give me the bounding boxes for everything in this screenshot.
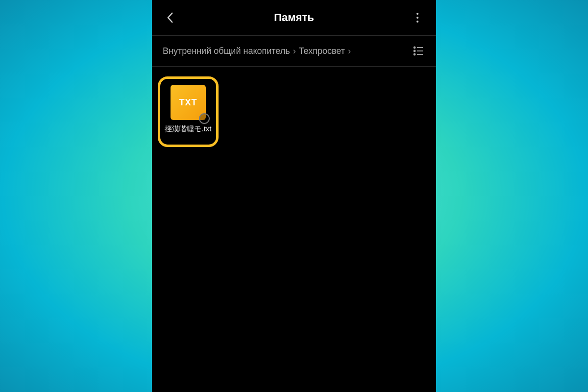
svg-point-0 — [414, 47, 416, 49]
svg-point-4 — [414, 54, 416, 55]
breadcrumb-bar: Внутренний общий накопитель › Техпросвет… — [152, 36, 436, 66]
svg-point-2 — [414, 50, 416, 52]
list-view-icon — [413, 46, 424, 56]
dots-icon — [416, 13, 418, 15]
file-item-txt[interactable]: TXT 挳漠喈幄モ.txt — [158, 76, 219, 147]
touch-indicator-icon — [199, 113, 210, 124]
chevron-left-icon — [166, 11, 175, 24]
txt-file-icon: TXT — [171, 85, 206, 120]
file-name-label: 挳漠喈幄モ.txt — [163, 124, 213, 134]
chevron-right-icon: › — [348, 46, 351, 56]
file-icon-label: TXT — [179, 98, 197, 108]
file-grid: TXT 挳漠喈幄モ.txt — [152, 67, 436, 157]
breadcrumb-item-root[interactable]: Внутренний общий накопитель — [163, 46, 290, 56]
breadcrumb-item-folder[interactable]: Техпросвет — [299, 46, 345, 56]
chevron-right-icon: › — [293, 46, 296, 56]
page-title: Память — [274, 11, 314, 24]
file-manager-screen: Память Внутренний общий накопитель › Тех… — [152, 0, 436, 392]
more-options-button[interactable] — [408, 8, 427, 27]
back-button[interactable] — [161, 8, 180, 27]
header-bar: Память — [152, 0, 436, 35]
breadcrumb: Внутренний общий накопитель › Техпросвет… — [163, 46, 351, 56]
view-toggle-button[interactable] — [412, 44, 425, 58]
